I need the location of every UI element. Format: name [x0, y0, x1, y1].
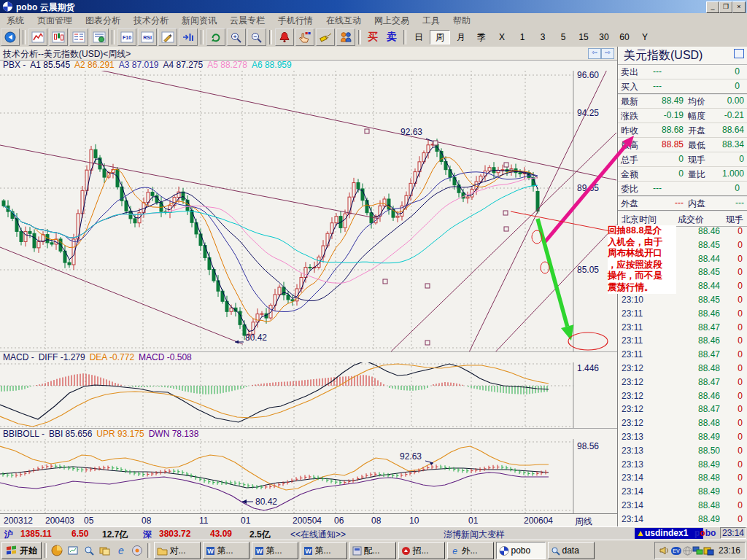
globe-tray-icon[interactable]	[683, 546, 692, 556]
symbol-badge[interactable]: ▲ usdindex1	[635, 528, 703, 539]
rsi-icon[interactable]: RSI	[138, 28, 157, 46]
minimize-button[interactable]: _	[706, 1, 719, 13]
app-window: pobo 云晨期货 _ ❐ × 系统页面管理图表分析技术分析新闻资讯云晨专栏手机…	[0, 0, 747, 560]
svg-text:92.63: 92.63	[400, 127, 422, 137]
menu-item-网上交易[interactable]: 网上交易	[368, 13, 416, 28]
indicator-icon[interactable]	[179, 28, 198, 46]
quote-value: 0	[711, 183, 740, 193]
period-季[interactable]: 季	[472, 31, 491, 44]
bbiboll-chart-canvas[interactable]: 98.5692.6380.42	[0, 439, 617, 513]
period-Y[interactable]: Y	[635, 31, 654, 44]
menu-item-技术分析[interactable]: 技术分析	[127, 13, 175, 28]
svg-text:96.60: 96.60	[577, 71, 599, 80]
quote-label: 内盘	[688, 198, 705, 210]
quote-label: 买入	[621, 81, 638, 93]
task-button-第...[interactable]: W第...	[252, 542, 298, 559]
menu-item-页面管理[interactable]: 页面管理	[31, 13, 79, 28]
tick-time: 23:14	[622, 500, 643, 510]
task-button-pobo[interactable]: pobo	[496, 542, 546, 559]
title-bar: pobo 云晨期货 _ ❐ ×	[0, 0, 747, 13]
restore-button[interactable]: ❐	[719, 1, 732, 13]
quote-label: 最高	[621, 139, 638, 152]
candle-chart-icon[interactable]	[49, 28, 68, 46]
quick-launch-icon-6[interactable]	[131, 544, 144, 557]
task-button-data[interactable]: data	[548, 542, 595, 559]
period-60[interactable]: 60	[615, 31, 634, 44]
zoom-in-icon[interactable]: +	[227, 28, 246, 46]
draw-icon[interactable]	[158, 28, 177, 46]
close-button[interactable]: ×	[732, 1, 746, 13]
quick-launch-icon-4[interactable]	[98, 544, 112, 557]
bbiboll-indicator-row: BBIBOLL -BBI 85.656UPR 93.175DWN 78.138	[0, 428, 617, 440]
quick-launch-icon-5[interactable]: e	[115, 544, 128, 557]
period-1[interactable]: 1	[513, 31, 532, 44]
buy-button[interactable]: 买	[363, 31, 382, 44]
network-tray-icon[interactable]	[692, 546, 703, 556]
indicator-time: 23:14	[720, 527, 746, 539]
quick-launch-icon-2[interactable]	[66, 544, 80, 557]
quick-launch-icon-3[interactable]	[82, 544, 96, 557]
period-3[interactable]: 3	[533, 31, 552, 44]
menu-item-工具[interactable]: 工具	[416, 13, 446, 28]
f10-icon[interactable]: F10	[117, 28, 136, 46]
connect-icon[interactable]	[316, 28, 335, 46]
quote-label: 最新	[621, 96, 638, 108]
period-30[interactable]: 30	[595, 31, 614, 44]
quote-label: 均价	[688, 96, 705, 108]
menu-item-图表分析[interactable]: 图表分析	[79, 13, 127, 28]
volume-icon[interactable]	[659, 546, 670, 555]
quote-list-icon[interactable]	[69, 28, 88, 46]
bbirow-DWN: DWN 78.138	[149, 429, 199, 439]
quote-label: 昨收	[621, 125, 638, 137]
nav-right-icon[interactable]: ⇨	[601, 48, 614, 59]
period-日[interactable]: 日	[409, 31, 428, 44]
period-周[interactable]: 周	[430, 30, 450, 44]
menu-item-云晨专栏[interactable]: 云晨专栏	[223, 13, 271, 28]
quote-row-卖出: 卖出---0	[618, 64, 747, 79]
start-button[interactable]: 开始	[1, 542, 42, 559]
task-button-对...[interactable]: 对...	[154, 542, 201, 559]
macdrow-DEA: DEA -0.772	[90, 352, 134, 362]
tick-qty: 0	[738, 322, 743, 332]
app-tray-icon[interactable]	[703, 546, 714, 556]
period-X[interactable]: X	[492, 31, 511, 44]
period-月[interactable]: 月	[452, 31, 471, 44]
period-15[interactable]: 15	[574, 31, 593, 44]
alarm-icon[interactable]	[275, 28, 294, 46]
menu-item-手机行情[interactable]: 手机行情	[271, 13, 320, 28]
line-chart-icon[interactable]	[28, 28, 47, 46]
panel-restore-icon[interactable]	[734, 49, 744, 58]
menu-item-在线互动[interactable]: 在线互动	[320, 13, 368, 28]
quick-launch-icon-1[interactable]	[50, 544, 63, 557]
tick-row: 23:1488.490	[618, 485, 747, 499]
quote-label: 量比	[688, 168, 705, 181]
x-axis-label-01: 01	[468, 516, 478, 526]
users-icon[interactable]	[336, 28, 355, 46]
report-icon[interactable]	[90, 28, 109, 46]
svg-text:1.446: 1.446	[577, 363, 599, 373]
refresh-icon[interactable]	[206, 28, 225, 46]
period-5[interactable]: 5	[554, 31, 573, 44]
x-axis-label-200604: 200604	[524, 516, 553, 526]
sell-button[interactable]: 卖	[382, 31, 401, 44]
quote-row-最高: 最高88.85最低88.34	[618, 137, 747, 152]
task-button-外...[interactable]: e外...	[447, 542, 494, 559]
menu-item-新闻资讯[interactable]: 新闻资讯	[175, 13, 223, 28]
task-button-第...[interactable]: W第...	[301, 542, 347, 559]
task-button-招...[interactable]: 招...	[398, 542, 445, 559]
menu-item-帮助[interactable]: 帮助	[446, 13, 477, 28]
task-button-第...[interactable]: W第...	[203, 542, 249, 559]
menu-item-系统[interactable]: 系统	[0, 13, 31, 28]
zoom-out-icon[interactable]: −	[247, 28, 266, 46]
x-axis-label-08: 08	[371, 516, 381, 526]
macd-chart-canvas[interactable]: 1.446	[0, 362, 617, 428]
pointer-icon[interactable]	[295, 28, 314, 46]
ev-tray-icon[interactable]: EV	[671, 547, 681, 555]
macdrow-DIFF: DIFF -1.279	[39, 352, 85, 362]
task-button-配...[interactable]: 配...	[349, 542, 396, 559]
tick-row: 23:1288.470	[618, 402, 747, 416]
back-icon[interactable]	[1, 28, 20, 46]
nav-left-icon[interactable]: ⇦	[588, 48, 601, 59]
main-chart-canvas[interactable]: 96.6094.2589.6585.0592.6380.42	[0, 71, 617, 351]
quote-label: 金额	[621, 168, 638, 181]
